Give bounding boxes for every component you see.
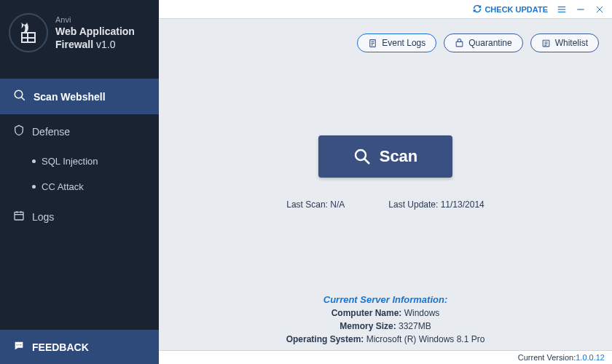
svg-rect-2 <box>15 212 23 220</box>
svg-point-0 <box>15 90 23 98</box>
feedback-label: FEEDBACK <box>32 341 89 353</box>
svg-line-25 <box>364 159 369 164</box>
search-icon <box>353 148 371 165</box>
nav-logs[interactable]: Logs <box>0 199 159 234</box>
menu-icon[interactable] <box>557 4 567 15</box>
svg-point-7 <box>18 344 19 345</box>
scan-button-label: Scan <box>380 147 418 166</box>
last-scan: Last Scan: N/A <box>286 199 345 210</box>
nav: Scan Webshell Defense SQL Injection CC A… <box>0 79 159 234</box>
list-icon <box>541 39 551 48</box>
pill-label: Whitelist <box>555 38 588 48</box>
nav-sub-label: CC Attack <box>42 181 84 192</box>
main-area: CHECK UPDATE Event Logs Quarantine White… <box>159 0 612 364</box>
nav-label: Defense <box>32 126 70 138</box>
logo-text: Anvi Web Application Firewall v1.0 <box>55 15 135 52</box>
app-name: Web Application <box>55 25 135 38</box>
scan-meta: Last Scan: N/A Last Update: 11/13/2014 <box>286 199 484 210</box>
memory-size: Memory Size: 3327MB <box>159 320 612 333</box>
nav-sql-injection[interactable]: SQL Injection <box>0 149 159 174</box>
chat-icon <box>13 340 25 354</box>
svg-line-1 <box>21 97 25 100</box>
operating-system: Operating System: Microsoft (R) Windows … <box>159 333 612 346</box>
refresh-icon <box>473 4 482 15</box>
nav-label: Logs <box>32 211 54 223</box>
logo-area: Anvi Web Application Firewall v1.0 <box>0 0 159 66</box>
last-update: Last Update: 11/13/2014 <box>388 199 484 210</box>
check-update-label: CHECK UPDATE <box>484 5 548 14</box>
search-icon <box>13 89 26 104</box>
quarantine-icon <box>455 39 464 48</box>
firewall-logo-icon <box>9 13 48 52</box>
calendar-icon <box>13 210 25 223</box>
bullet-icon <box>32 159 36 163</box>
sidebar: Anvi Web Application Firewall v1.0 Scan … <box>0 0 159 364</box>
scan-button[interactable]: Scan <box>318 135 453 178</box>
brand-name: Anvi <box>55 15 135 25</box>
pill-label: Quarantine <box>468 38 511 48</box>
nav-defense[interactable]: Defense <box>0 114 159 149</box>
computer-name: Computer Name: Windows <box>159 306 612 320</box>
nav-label: Scan Webshell <box>34 91 106 103</box>
event-logs-button[interactable]: Event Logs <box>357 33 436 52</box>
feedback-button[interactable]: FEEDBACK <box>0 330 159 364</box>
quarantine-button[interactable]: Quarantine <box>444 33 522 52</box>
svg-rect-19 <box>456 41 463 47</box>
bullet-icon <box>32 185 36 189</box>
version-value: 1.0.0.12 <box>576 353 605 362</box>
pill-label: Event Logs <box>382 38 425 48</box>
nav-scan-webshell[interactable]: Scan Webshell <box>0 79 159 114</box>
pill-row: Event Logs Quarantine Whitelist <box>159 19 612 60</box>
nav-sub-label: SQL Injection <box>42 156 98 167</box>
shield-icon <box>13 124 25 138</box>
minimize-button[interactable] <box>576 4 586 15</box>
check-update-button[interactable]: CHECK UPDATE <box>473 4 548 15</box>
version-label: Current Version: <box>518 353 576 362</box>
whitelist-button[interactable]: Whitelist <box>530 33 599 52</box>
topbar: CHECK UPDATE <box>159 0 612 19</box>
nav-cc-attack[interactable]: CC Attack <box>0 174 159 199</box>
center-panel: Scan Last Scan: N/A Last Update: 11/13/2… <box>159 60 612 285</box>
close-button[interactable] <box>595 4 605 15</box>
server-info: Current Server Information: Computer Nam… <box>159 285 612 351</box>
svg-point-24 <box>356 150 366 160</box>
server-info-title: Current Server Information: <box>159 293 612 307</box>
footer: Current Version:1.0.0.12 <box>159 350 612 364</box>
svg-point-6 <box>17 344 17 345</box>
app-product: Firewall v1.0 <box>55 38 135 51</box>
document-icon <box>368 39 377 48</box>
svg-point-8 <box>20 344 21 345</box>
